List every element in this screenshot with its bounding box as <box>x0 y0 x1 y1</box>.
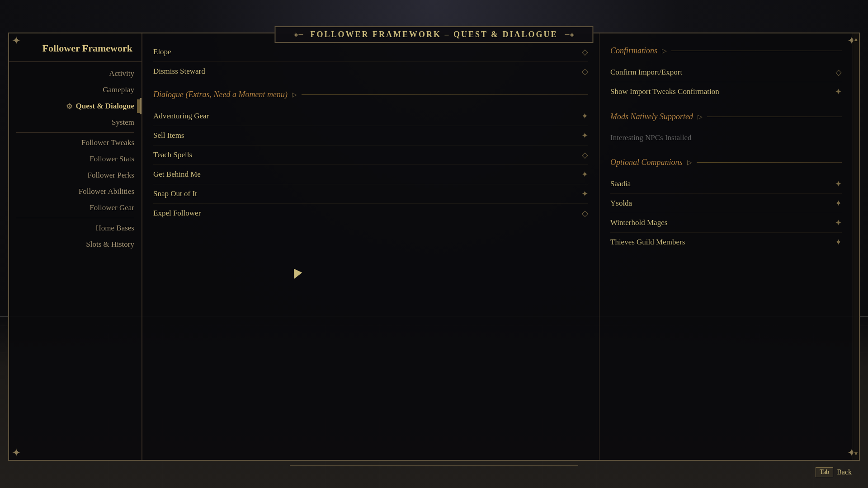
sidebar-item-slots-history[interactable]: Slots & History <box>9 236 142 253</box>
confirm-item-confirm-import-export[interactable]: Confirm Import/Export ◇ <box>610 63 842 82</box>
companion-item-icon-winterhold-mages: ✦ <box>835 218 842 228</box>
companion-item-icon-saadia: ✦ <box>835 179 842 189</box>
title-right-diamond: ─◈ <box>565 31 575 38</box>
confirmations-line <box>671 51 842 51</box>
companion-item-label-thieves-guild: Thieves Guild Members <box>610 238 685 247</box>
sidebar-divider-after-follower-gear <box>16 218 134 218</box>
sidebar-header: Follower Framework <box>9 42 142 62</box>
dialogue-item-label-snap-out-of-it: Snap Out of It <box>153 189 197 198</box>
dialogue-item-label-expel-follower: Expel Follower <box>153 209 201 218</box>
left-panel: Elope ◇ Dismiss Steward ◇ Dialogue (Extr… <box>142 33 599 460</box>
confirmations-items-container: Confirm Import/Export ◇ Show Import Twea… <box>610 63 842 101</box>
main-title: FOLLOWER FRAMEWORK – QUEST & DIALOGUE <box>310 30 557 39</box>
sidebar-item-label-quest-dialogue: Quest & Dialogue <box>76 102 134 111</box>
companions-section: Optional Companions ▷ Saadia ✦ Ysolda ✦ … <box>610 158 842 252</box>
keybind-key: Tab <box>816 467 833 477</box>
sidebar-item-label-gameplay: Gameplay <box>103 85 134 94</box>
companion-item-ysolda[interactable]: Ysolda ✦ <box>610 194 842 213</box>
title-left-diamond: ◈─ <box>293 31 303 38</box>
companion-item-label-saadia: Saadia <box>610 179 631 188</box>
confirmations-section: Confirmations ▷ Confirm Import/Export ◇ … <box>610 46 842 101</box>
bottom-decoration <box>262 465 606 474</box>
confirm-item-icon-show-import-tweaks: ✦ <box>835 87 842 97</box>
keybind-label: Back <box>837 468 852 476</box>
dialogue-items-container: Adventuring Gear ✦ Sell Items ✦ Teach Sp… <box>153 107 588 223</box>
dialogue-item-teach-spells[interactable]: Teach Spells ◇ <box>153 145 588 165</box>
left-item-icon-dismiss-steward: ◇ <box>582 66 588 76</box>
scroll-down-arrow[interactable]: ▼ <box>853 450 860 458</box>
dialogue-item-sell-items[interactable]: Sell Items ✦ <box>153 126 588 145</box>
confirm-item-label-confirm-import-export: Confirm Import/Export <box>610 68 682 77</box>
sidebar-item-follower-perks[interactable]: Follower Perks <box>9 167 142 183</box>
sidebar-item-label-follower-gear: Follower Gear <box>90 203 134 212</box>
sidebar: Follower Framework ActivityGameplay⚙Ques… <box>9 33 142 460</box>
dialogue-item-icon-adventuring-gear: ✦ <box>581 111 588 121</box>
companion-item-icon-thieves-guild: ✦ <box>835 237 842 247</box>
companion-item-saadia[interactable]: Saadia ✦ <box>610 174 842 194</box>
mods-header: Mods Natively Supported ▷ <box>610 112 842 122</box>
dialogue-section-line <box>302 94 588 95</box>
mods-title: Mods Natively Supported <box>610 112 693 122</box>
sidebar-item-home-bases[interactable]: Home Bases <box>9 220 142 236</box>
content-area: Elope ◇ Dismiss Steward ◇ Dialogue (Extr… <box>142 33 853 460</box>
keybind-hint: Tab Back <box>816 467 852 477</box>
title-bar: ◈─ FOLLOWER FRAMEWORK – QUEST & DIALOGUE… <box>274 24 593 44</box>
mods-items-container: Interesting NPCs Installed <box>610 129 842 147</box>
confirmations-icon: ▷ <box>662 47 667 55</box>
left-item-dismiss-steward[interactable]: Dismiss Steward ◇ <box>153 62 588 81</box>
dialogue-item-label-get-behind-me: Get Behind Me <box>153 170 201 179</box>
mods-section: Mods Natively Supported ▷ Interesting NP… <box>610 112 842 147</box>
confirm-item-show-import-tweaks[interactable]: Show Import Tweaks Confirmation ✦ <box>610 82 842 101</box>
sidebar-divider-after-system <box>16 132 134 133</box>
sidebar-item-label-home-bases: Home Bases <box>96 224 134 233</box>
dialogue-item-label-sell-items: Sell Items <box>153 131 184 140</box>
companions-title: Optional Companions <box>610 158 683 167</box>
left-top-items: Elope ◇ Dismiss Steward ◇ <box>153 42 588 81</box>
dialogue-item-icon-snap-out-of-it: ✦ <box>581 189 588 199</box>
sidebar-item-label-follower-tweaks: Follower Tweaks <box>81 138 134 147</box>
dialogue-item-snap-out-of-it[interactable]: Snap Out of It ✦ <box>153 184 588 204</box>
sidebar-item-label-follower-stats: Follower Stats <box>90 155 134 164</box>
dialogue-item-icon-expel-follower: ◇ <box>582 208 588 218</box>
sidebar-item-activity[interactable]: Activity <box>9 66 142 82</box>
companion-item-winterhold-mages[interactable]: Winterhold Mages ✦ <box>610 213 842 233</box>
companion-item-icon-ysolda: ✦ <box>835 198 842 208</box>
dialogue-section: Dialogue (Extras, Need a Moment menu) ▷ … <box>153 90 588 223</box>
dialogue-item-get-behind-me[interactable]: Get Behind Me ✦ <box>153 165 588 184</box>
sidebar-item-gameplay[interactable]: Gameplay <box>9 82 142 98</box>
left-item-icon-elope: ◇ <box>582 47 588 57</box>
sidebar-item-follower-gear[interactable]: Follower Gear <box>9 200 142 216</box>
sidebar-item-label-follower-perks: Follower Perks <box>88 171 134 180</box>
sidebar-item-follower-stats[interactable]: Follower Stats <box>9 151 142 167</box>
mods-item-interesting-npcs: Interesting NPCs Installed <box>610 129 842 147</box>
sidebar-item-follower-abilities[interactable]: Follower Abilities <box>9 183 142 200</box>
companions-line <box>697 162 842 163</box>
mods-line <box>707 117 842 117</box>
confirm-item-icon-confirm-import-export: ◇ <box>835 67 842 77</box>
dialogue-section-icon: ▷ <box>292 91 297 99</box>
companions-items-container: Saadia ✦ Ysolda ✦ Winterhold Mages ✦ Thi… <box>610 174 842 252</box>
dialogue-item-adventuring-gear[interactable]: Adventuring Gear ✦ <box>153 107 588 126</box>
dialogue-item-label-adventuring-gear: Adventuring Gear <box>153 112 209 121</box>
sidebar-items-container: ActivityGameplay⚙Quest & DialogueSystemF… <box>9 66 142 253</box>
sidebar-item-label-follower-abilities: Follower Abilities <box>79 187 134 196</box>
companion-item-thieves-guild[interactable]: Thieves Guild Members ✦ <box>610 233 842 252</box>
confirmations-title: Confirmations <box>610 46 657 56</box>
dialogue-item-expel-follower[interactable]: Expel Follower ◇ <box>153 204 588 223</box>
dialogue-item-icon-teach-spells: ◇ <box>582 150 588 160</box>
scrollbar-track: ▲ ▼ <box>853 33 859 460</box>
confirmations-header: Confirmations ▷ <box>610 46 842 56</box>
left-item-label-dismiss-steward: Dismiss Steward <box>153 67 205 76</box>
sidebar-item-follower-tweaks[interactable]: Follower Tweaks <box>9 135 142 151</box>
scroll-up-arrow[interactable]: ▲ <box>853 35 860 44</box>
sidebar-item-quest-dialogue[interactable]: ⚙Quest & Dialogue <box>9 98 142 114</box>
dialogue-section-header: Dialogue (Extras, Need a Moment menu) ▷ <box>153 90 588 99</box>
dialogue-item-icon-sell-items: ✦ <box>581 131 588 141</box>
left-item-label-elope: Elope <box>153 47 171 56</box>
sidebar-item-system[interactable]: System <box>9 114 142 131</box>
dialogue-item-icon-get-behind-me: ✦ <box>581 169 588 179</box>
sidebar-item-label-system: System <box>112 118 134 127</box>
left-item-elope[interactable]: Elope ◇ <box>153 42 588 62</box>
companions-header: Optional Companions ▷ <box>610 158 842 167</box>
sidebar-item-label-slots-history: Slots & History <box>86 240 134 249</box>
